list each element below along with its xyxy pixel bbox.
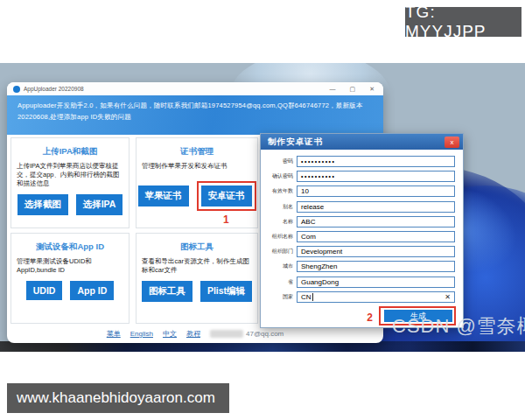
card-description: 管理制作苹果开发和发布证书	[136, 158, 257, 171]
password-field[interactable]: ••••••••••	[297, 156, 455, 167]
organization-field[interactable]: Com	[297, 231, 455, 242]
footer-link-tutorial[interactable]: 教程	[186, 329, 200, 339]
dialog-title: 制作安卓证书	[268, 136, 323, 148]
close-button[interactable]: ✕	[369, 86, 374, 93]
name-field[interactable]: ABC	[297, 216, 455, 228]
site-watermark: www.khaanebhidoyaaron.com	[7, 383, 229, 413]
window-titlebar: AppUploader 20220908 — ▢ ✕	[7, 82, 383, 95]
valid-years-field[interactable]: 10	[297, 186, 455, 197]
country-value: CN	[301, 293, 312, 301]
department-field[interactable]: Development	[297, 246, 455, 257]
city-field[interactable]: ShengZhen	[297, 261, 455, 272]
text-cursor	[312, 293, 313, 301]
card-description: 查看和导出car资源文件，制作生成图标和car文件	[136, 253, 257, 275]
field-label-country: 国家	[263, 293, 297, 301]
maximize-button[interactable]: ▢	[350, 86, 356, 93]
apple-certificate-button[interactable]: 苹果证书	[138, 186, 189, 206]
android-certificate-button[interactable]: 安卓证书	[201, 186, 252, 206]
step-1-highlight-box: 安卓证书	[197, 181, 256, 211]
card-test-device-appid: 测试设备和App ID 管理苹果测试设备UDID和AppID,bundle ID…	[10, 233, 130, 324]
dialog-titlebar: 制作安卓证书 x	[261, 134, 463, 150]
field-label-password: 密码	[263, 158, 297, 165]
clear-icon[interactable]: ✕	[444, 293, 451, 301]
app-icon	[13, 86, 20, 93]
select-ipa-button[interactable]: 选择IPA	[76, 194, 123, 215]
field-label-alias: 别名	[263, 203, 297, 211]
dialog-close-button[interactable]: x	[444, 136, 459, 148]
card-certificate-management: 证书管理 管理制作苹果开发和发布证书 苹果证书 安卓证书 1	[136, 137, 258, 228]
plist-edit-button[interactable]: Plist编辑	[200, 281, 252, 302]
step-2-label: 2	[367, 312, 373, 324]
screenshot-root: TG: MYYJJPP AppUploader 20220908 — ▢ ✕ A…	[0, 0, 525, 420]
icon-tool-button[interactable]: 图标工具	[142, 281, 192, 302]
footer-links: 菜单 English 中文 教程 47@qq.com	[7, 329, 383, 339]
udid-button[interactable]: UDID	[26, 281, 63, 300]
field-label-city: 城市	[263, 262, 297, 270]
confirm-password-field[interactable]: ••••••••••	[297, 171, 455, 182]
country-field[interactable]: CN ✕	[297, 291, 455, 303]
field-label-department: 组织部门	[263, 248, 297, 256]
select-screenshot-button[interactable]: 选择截图	[18, 194, 68, 215]
footer-link-chinese[interactable]: 中文	[163, 329, 177, 339]
field-label-province: 省	[263, 278, 297, 286]
blurred-email-patch	[210, 330, 243, 338]
app-id-button[interactable]: App ID	[70, 281, 114, 300]
card-title: 证书管理	[136, 146, 257, 158]
card-title: 测试设备和App ID	[11, 242, 129, 253]
footer-link-menu[interactable]: 菜单	[107, 329, 121, 339]
step-1-label: 1	[223, 214, 229, 226]
info-banner: Appuploader开发助手2.0，如果有什么问题，随时联系我们邮箱19745…	[7, 95, 383, 135]
dialog-body: 密码 •••••••••• 确认密码 •••••••••• 有效年数 10 别名…	[261, 150, 463, 329]
field-label-organization: 组织名称	[263, 233, 297, 241]
card-upload-ipa: 上传IPA和截图 上传IPA文件到苹果商店以便审核提交，提交app、内购和排行榜…	[10, 137, 130, 228]
tg-badge: TG: MYYJJPP	[405, 7, 522, 37]
card-icon-tools: 图标工具 查看和导出car资源文件，制作生成图标和car文件 图标工具 Plis…	[136, 233, 258, 324]
field-label-name: 名称	[263, 218, 297, 226]
province-field[interactable]: GuangDong	[297, 276, 455, 288]
csdn-watermark: CSDN @雪奈椰子	[392, 313, 525, 340]
card-description: 管理苹果测试设备UDID和AppID,bundle ID	[11, 253, 129, 275]
footer-link-english[interactable]: English	[130, 330, 153, 338]
card-title: 上传IPA和截图	[11, 146, 129, 158]
card-description: 上传IPA文件到苹果商店以便审核提交，提交app、内购和排行榜的截图和描述信息	[11, 158, 129, 188]
field-label-valid-years: 有效年数	[263, 187, 297, 195]
window-title: AppUploader 20220908	[24, 86, 84, 92]
footer-email: 47@qq.com	[246, 330, 284, 338]
minimize-button[interactable]: —	[330, 86, 336, 93]
field-label-confirm-password: 确认密码	[263, 172, 297, 180]
alias-field[interactable]: release	[297, 201, 455, 213]
desktop: AppUploader 20220908 — ▢ ✕ Appuploader开发…	[0, 63, 525, 352]
android-cert-dialog: 制作安卓证书 x 密码 •••••••••• 确认密码 •••••••••• 有…	[260, 133, 464, 328]
card-title: 图标工具	[136, 242, 257, 253]
